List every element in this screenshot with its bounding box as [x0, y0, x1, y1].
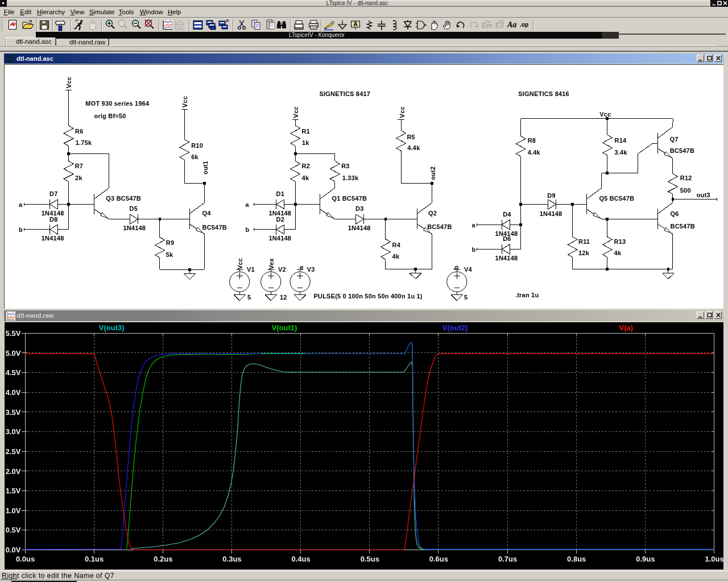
svg-text:3.4k: 3.4k	[615, 149, 628, 156]
svg-text:4k: 4k	[302, 174, 309, 181]
svg-text:1N4148: 1N4148	[495, 255, 518, 261]
svg-text:R8: R8	[528, 137, 536, 144]
svg-text:5k: 5k	[166, 251, 173, 258]
svg-text:12k: 12k	[578, 250, 590, 256]
svg-text:Vcc: Vcc	[181, 96, 188, 107]
svg-text:D9: D9	[547, 192, 555, 199]
svg-text:0.4us: 0.4us	[291, 555, 310, 563]
svg-text:out1: out1	[202, 161, 209, 174]
svg-text:BC547B: BC547B	[202, 224, 227, 231]
svg-text:1N4148: 1N4148	[123, 225, 146, 231]
svg-text:D1: D1	[276, 190, 284, 197]
svg-text:.op: .op	[520, 22, 528, 28]
svg-text:0.8us: 0.8us	[567, 555, 586, 563]
svg-text:D2: D2	[276, 216, 284, 223]
svg-text:D4: D4	[503, 211, 511, 218]
svg-text:R11: R11	[578, 238, 590, 245]
svg-text:BC547B: BC547B	[671, 223, 695, 230]
svg-text:4.0V: 4.0V	[6, 388, 21, 397]
svg-text:R2: R2	[302, 163, 310, 169]
svg-text:2.0V: 2.0V	[6, 467, 21, 476]
svg-text:2k: 2k	[75, 174, 82, 181]
svg-text:1.0us: 1.0us	[705, 555, 723, 563]
svg-text:V(a): V(a)	[619, 323, 634, 332]
svg-text:R4: R4	[392, 242, 401, 248]
svg-text:V3: V3	[307, 266, 315, 273]
svg-text:0.7us: 0.7us	[498, 555, 517, 563]
svg-text:D7: D7	[49, 190, 57, 197]
svg-text:500: 500	[680, 187, 691, 194]
svg-text:b: b	[246, 226, 250, 233]
svg-text:6k: 6k	[191, 153, 198, 160]
svg-text:4k: 4k	[614, 250, 622, 256]
svg-text:a: a	[472, 222, 476, 228]
svg-text:0.5us: 0.5us	[361, 555, 379, 563]
svg-text:R5: R5	[407, 134, 415, 140]
svg-text:V1: V1	[247, 266, 255, 273]
svg-text:5: 5	[464, 294, 468, 301]
svg-text:4.5V: 4.5V	[6, 368, 21, 377]
svg-text:5.0V: 5.0V	[6, 349, 21, 357]
svg-text:2.5V: 2.5V	[6, 447, 21, 456]
svg-text:BC547B: BC547B	[670, 147, 694, 154]
svg-text:1k: 1k	[302, 139, 309, 146]
svg-text:Em: Em	[482, 22, 493, 30]
svg-text:3.0V: 3.0V	[6, 427, 21, 436]
svg-text:D8: D8	[49, 216, 57, 223]
svg-text:1.0V: 1.0V	[6, 506, 21, 515]
svg-text:D5: D5	[130, 205, 138, 212]
svg-text:R10: R10	[191, 142, 203, 149]
svg-text:PULSE(5 0 100n 50n 50n 400n 1u: PULSE(5 0 100n 50n 50n 400n 1u 1)	[314, 293, 423, 300]
svg-text:Vex: Vex	[268, 258, 275, 269]
svg-text:orig Bf=50: orig Bf=50	[94, 113, 126, 119]
svg-text:Aa: Aa	[507, 20, 516, 29]
svg-text:R6: R6	[75, 128, 83, 135]
svg-text:1N4148: 1N4148	[42, 235, 64, 242]
svg-text:out2: out2	[429, 167, 436, 180]
svg-text:Q2: Q2	[428, 210, 437, 217]
svg-text:0.5V: 0.5V	[6, 526, 21, 534]
svg-text:Vcc: Vcc	[237, 258, 243, 269]
svg-text:D3: D3	[355, 205, 363, 212]
svg-text:Q7: Q7	[670, 136, 679, 143]
svg-text:5.5V: 5.5V	[6, 329, 21, 338]
svg-text:4.4k: 4.4k	[407, 144, 420, 151]
svg-text:R14: R14	[615, 137, 627, 144]
svg-text:R9: R9	[166, 239, 174, 246]
svg-text:R3: R3	[341, 163, 349, 169]
svg-text:R13: R13	[614, 238, 626, 245]
svg-text:R12: R12	[680, 174, 692, 181]
svg-text:4.4k: 4.4k	[528, 149, 541, 156]
svg-text:Q4: Q4	[202, 210, 212, 217]
svg-text:Vcc: Vcc	[399, 106, 406, 118]
svg-text:a: a	[297, 265, 304, 269]
svg-text:4k: 4k	[392, 253, 400, 260]
svg-text:0.2us: 0.2us	[154, 555, 172, 563]
svg-text:V(out1): V(out1)	[272, 323, 297, 332]
svg-text:SIGNETICS 8416: SIGNETICS 8416	[518, 90, 569, 97]
svg-text:Q5 BC547B: Q5 BC547B	[599, 195, 634, 202]
svg-text:3.5V: 3.5V	[6, 408, 21, 417]
svg-text:Vcc: Vcc	[599, 111, 611, 118]
svg-text:out3: out3	[697, 192, 710, 198]
svg-text:0.1us: 0.1us	[85, 555, 104, 563]
svg-text:Vcc: Vcc	[292, 106, 299, 118]
svg-text:5: 5	[247, 294, 251, 301]
svg-text:E3: E3	[495, 22, 504, 30]
svg-text:a: a	[246, 201, 250, 208]
svg-text:BC547B: BC547B	[427, 223, 452, 230]
svg-text:R1: R1	[302, 128, 310, 135]
svg-text:Q6: Q6	[671, 210, 679, 217]
svg-text:0.3us: 0.3us	[222, 555, 241, 563]
svg-text:a: a	[19, 201, 23, 208]
svg-text:0.6us: 0.6us	[429, 555, 448, 563]
svg-text:Q1 BC547B: Q1 BC547B	[332, 195, 367, 202]
svg-text:Q3 BC547B: Q3 BC547B	[106, 195, 141, 202]
svg-text:A: A	[353, 21, 357, 27]
svg-text:b: b	[19, 226, 23, 233]
svg-text:1.5V: 1.5V	[6, 487, 21, 495]
svg-text:1N4148: 1N4148	[268, 235, 291, 242]
svg-text:V2: V2	[278, 266, 286, 273]
svg-text:D6: D6	[503, 235, 511, 242]
svg-text:0.0V: 0.0V	[6, 546, 21, 554]
